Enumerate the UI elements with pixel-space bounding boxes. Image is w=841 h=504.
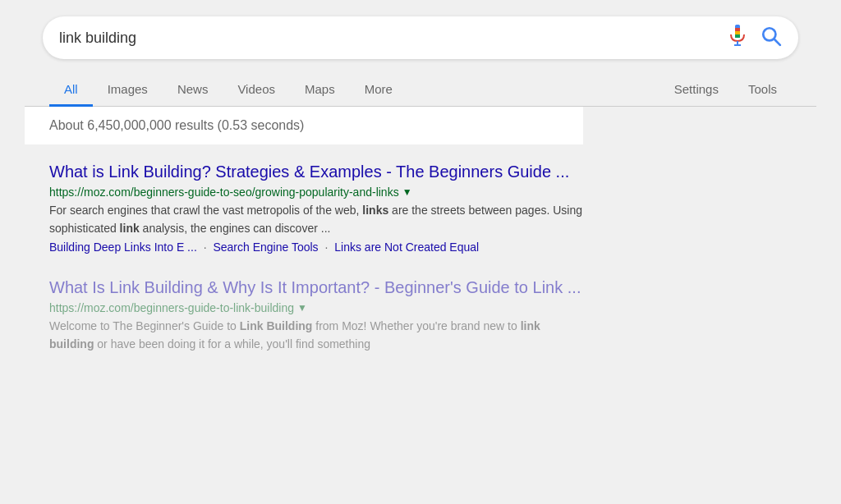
svg-rect-3 [735,25,740,28]
nav-tabs: All Images News Videos Maps More Setting… [25,74,816,107]
result-snippet: For search engines that crawl the vast m… [49,202,583,237]
breadcrumb-item[interactable]: Links are Not Created Equal [334,241,479,254]
tab-videos[interactable]: Videos [223,74,290,107]
nav-left: All Images News Videos Maps More [49,74,659,106]
tab-images[interactable]: Images [93,74,163,107]
search-icons [728,25,782,51]
result-breadcrumbs: Building Deep Links Into E ... · Search … [49,241,792,254]
nav-right: Settings Tools [659,74,792,106]
results-count: About 6,450,000,000 results (0.53 second… [49,118,304,132]
result-url: https://moz.com/beginners-guide-to-seo/g… [49,186,399,199]
result-item: What Is Link Building & Why Is It Import… [49,277,792,353]
tab-maps[interactable]: Maps [290,74,350,107]
mic-icon[interactable] [728,25,747,51]
result-title[interactable]: What Is Link Building & Why Is It Import… [49,277,792,298]
result-url: https://moz.com/beginners-guide-to-link-… [49,301,294,314]
search-button[interactable] [761,25,782,50]
result-url-line: https://moz.com/beginners-guide-to-seo/g… [49,186,792,199]
breadcrumb-item[interactable]: Building Deep Links Into E ... [49,241,197,254]
tab-tools[interactable]: Tools [733,74,792,107]
tab-more[interactable]: More [350,74,407,107]
results-count-bar: About 6,450,000,000 results (0.53 second… [25,107,583,144]
result-url-line: https://moz.com/beginners-guide-to-link-… [49,301,792,314]
tab-all[interactable]: All [49,74,93,107]
results-area: What is Link Building? Strategies & Exam… [25,144,816,354]
search-input[interactable] [59,30,728,47]
result-title[interactable]: What is Link Building? Strategies & Exam… [49,161,792,182]
breadcrumb-item[interactable]: Search Engine Tools [213,241,318,254]
svg-rect-4 [735,28,740,31]
url-dropdown-arrow[interactable]: ▼ [402,186,412,198]
svg-rect-5 [735,31,740,34]
result-item: What is Link Building? Strategies & Exam… [49,161,792,254]
result-snippet: Welcome to The Beginner's Guide to Link … [49,318,583,353]
search-bar [43,16,798,59]
breadcrumb-separator: · [325,241,332,254]
breadcrumb-separator: · [204,241,210,254]
url-dropdown-arrow[interactable]: ▼ [297,302,307,314]
tab-news[interactable]: News [163,74,223,107]
tab-settings[interactable]: Settings [659,74,733,107]
svg-line-8 [774,39,780,45]
svg-rect-6 [735,34,740,38]
